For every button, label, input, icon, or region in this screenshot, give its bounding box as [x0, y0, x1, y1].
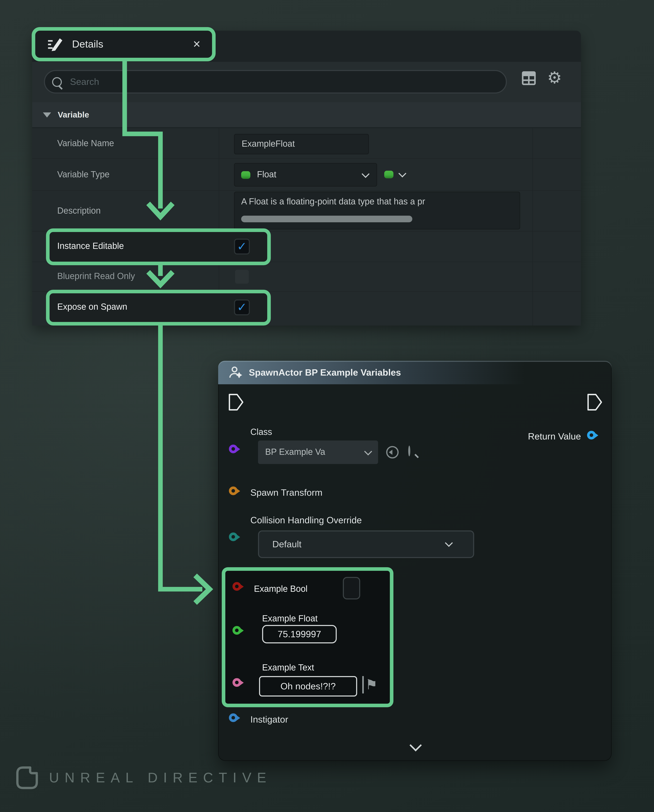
row-variable-name: Variable Name ExampleFloat	[32, 128, 581, 158]
details-tab-title: Details	[72, 38, 103, 50]
chevron-down-icon	[398, 170, 406, 177]
float-type-pill-icon	[384, 171, 393, 178]
class-pin[interactable]	[229, 445, 238, 453]
use-selected-icon[interactable]	[385, 445, 400, 460]
example-text-label: Example Text	[262, 663, 314, 673]
class-dropdown-value: BP Example Va	[265, 447, 325, 457]
details-tab[interactable]: Details ✕	[32, 27, 215, 61]
row-label: Variable Name	[57, 139, 114, 149]
container-type-dropdown[interactable]	[384, 171, 405, 178]
section-label: Variable	[58, 110, 89, 119]
description-value: A Float is a floating-point data type th…	[241, 197, 425, 207]
row-instance-editable: Instance Editable ✓	[32, 231, 581, 261]
example-float-input[interactable]: 75.199997	[262, 625, 337, 643]
row-description: Description A Float is a floating-point …	[32, 190, 581, 231]
row-label: Instance Editable	[57, 241, 124, 251]
collision-dropdown[interactable]: Default	[258, 531, 474, 558]
localize-flag-icon[interactable]: ⚑	[362, 676, 378, 693]
chevron-down-icon	[364, 447, 372, 455]
exec-out-pin[interactable]	[587, 393, 602, 411]
class-pin-label: Class	[251, 427, 272, 437]
node-header[interactable]: SpawnActor BP Example Variables	[218, 361, 611, 384]
instigator-label: Instigator	[251, 714, 288, 725]
check-icon: ✓	[237, 240, 247, 254]
variable-type-dropdown[interactable]: Float	[234, 163, 377, 187]
row-label: Description	[57, 206, 101, 216]
search-box[interactable]	[44, 70, 507, 93]
row-label: Variable Type	[57, 170, 110, 180]
example-text-input[interactable]: Oh nodes!?!?	[259, 676, 357, 696]
instigator-pin[interactable]	[229, 713, 238, 722]
float-type-pill-icon	[241, 171, 251, 179]
details-toolbar: ⚙	[32, 62, 581, 102]
class-dropdown[interactable]: BP Example Va	[258, 440, 378, 464]
spawn-transform-label: Spawn Transform	[251, 488, 322, 498]
return-value-pin[interactable]	[587, 431, 596, 439]
example-bool-checkbox[interactable]	[343, 577, 360, 599]
blueprint-read-only-checkbox[interactable]	[234, 269, 250, 284]
example-text-value: Oh nodes!?!?	[281, 681, 336, 692]
chevron-down-icon	[445, 539, 453, 547]
section-header-variable[interactable]: Variable	[32, 102, 581, 128]
example-float-value: 75.199997	[278, 629, 321, 640]
check-icon: ✓	[237, 300, 247, 314]
row-blueprint-read-only: Blueprint Read Only	[32, 261, 581, 291]
settings-gear-icon[interactable]: ⚙	[547, 68, 562, 87]
property-matrix-icon[interactable]	[521, 70, 536, 88]
collision-pin[interactable]	[229, 532, 238, 541]
example-float-pin[interactable]	[232, 626, 241, 635]
collapse-triangle-icon	[43, 112, 51, 117]
description-textarea[interactable]: A Float is a floating-point data type th…	[234, 192, 520, 229]
row-variable-type: Variable Type Float	[32, 158, 581, 190]
exposed-variables-group: Example Bool Example Float 75.199997 Exa…	[222, 567, 393, 707]
node-expand-chevron-icon[interactable]	[410, 739, 422, 751]
example-text-pin[interactable]	[232, 678, 241, 687]
collision-label: Collision Handling Override	[251, 515, 362, 526]
variable-type-value: Float	[257, 170, 276, 180]
variable-name-input[interactable]: ExampleFloat	[234, 134, 369, 154]
close-icon[interactable]: ✕	[193, 38, 201, 50]
search-input[interactable]	[69, 76, 468, 88]
row-label: Blueprint Read Only	[57, 271, 135, 281]
collision-dropdown-value: Default	[272, 539, 301, 550]
browse-icon[interactable]	[408, 446, 410, 456]
unreal-directive-logo	[14, 765, 40, 791]
description-scrollbar[interactable]	[241, 216, 412, 222]
node-title: SpawnActor BP Example Variables	[249, 367, 401, 378]
watermark: UNREAL DIRECTIVE	[14, 765, 272, 791]
example-float-label: Example Float	[262, 614, 318, 624]
details-panel: ⚙ Variable Variable Name ExampleFloat Va…	[32, 31, 581, 326]
chevron-down-icon	[362, 170, 370, 178]
blueprint-editor-screenshot: ⚙ Variable Variable Name ExampleFloat Va…	[0, 0, 654, 812]
details-rows: Variable Name ExampleFloat Variable Type…	[32, 128, 581, 326]
example-bool-pin[interactable]	[232, 582, 241, 591]
return-value-label: Return Value	[528, 431, 581, 442]
expose-on-spawn-checkbox[interactable]: ✓	[234, 300, 250, 315]
example-bool-label: Example Bool	[254, 584, 307, 594]
spawn-transform-pin[interactable]	[229, 486, 238, 495]
spawn-actor-node[interactable]: SpawnActor BP Example Variables Class BP…	[218, 361, 611, 761]
exec-in-pin[interactable]	[228, 393, 244, 411]
search-icon	[52, 77, 62, 87]
variable-name-value: ExampleFloat	[242, 139, 295, 149]
row-expose-on-spawn: Expose on Spawn ✓	[32, 291, 581, 326]
watermark-text: UNREAL DIRECTIVE	[49, 770, 272, 786]
details-pencil-icon	[46, 37, 63, 52]
instance-editable-checkbox[interactable]: ✓	[234, 239, 250, 254]
spawn-actor-icon	[228, 365, 243, 380]
row-label: Expose on Spawn	[57, 302, 127, 312]
